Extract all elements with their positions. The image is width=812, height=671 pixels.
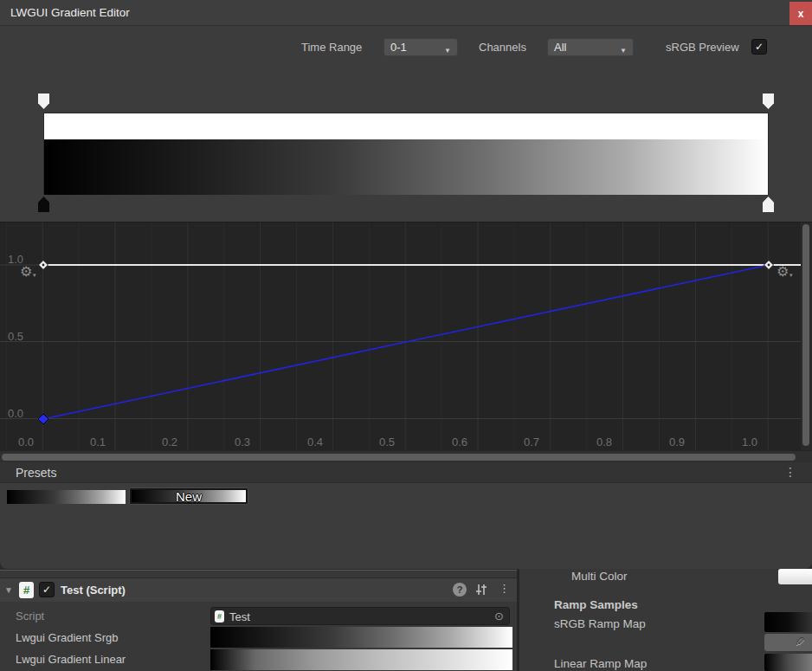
srgb-ramp-map-thumbnail[interactable]: [764, 612, 812, 632]
x-tick: 0.3: [229, 436, 255, 448]
time-range-label: Time Range: [301, 41, 362, 54]
script-object-value: Test: [229, 610, 250, 623]
multi-color-label: Multi Color: [571, 570, 628, 583]
csharp-script-icon: #: [215, 610, 224, 623]
gradient-srgb-label: Lwgui Gradient Srgb: [16, 631, 119, 644]
x-tick: 1.0: [737, 436, 763, 448]
close-icon: x: [798, 8, 804, 20]
color-key-right[interactable]: [763, 197, 774, 212]
y-tick: 0.0: [8, 407, 23, 420]
gear-icon[interactable]: ⚙: [20, 263, 32, 280]
horizontal-scrollbar-thumb[interactable]: [2, 454, 796, 461]
srgb-preview-label: sRGB Preview: [666, 41, 739, 54]
srgb-ramp-map-label: sRGB Ramp Map: [554, 617, 646, 630]
title-bar[interactable]: LWGUI Gradient Editor x: [0, 0, 812, 26]
check-icon: ✓: [42, 584, 51, 596]
check-icon: ✓: [755, 41, 764, 53]
x-tick: 0.4: [302, 436, 328, 448]
gradient-srgb-field[interactable]: [210, 627, 512, 648]
time-range-dropdown[interactable]: 0-1 ▼: [383, 38, 458, 56]
presets-header: Presets ⋮: [0, 462, 812, 483]
object-picker-icon[interactable]: ⊙: [494, 610, 504, 623]
help-icon[interactable]: ?: [453, 583, 467, 597]
script-row-label: Script: [16, 610, 44, 623]
linear-ramp-map-thumbnail[interactable]: [764, 654, 812, 671]
csharp-script-icon: #: [19, 582, 34, 598]
gear-caret-icon: ▾: [33, 272, 36, 279]
x-tick: 0.8: [591, 436, 617, 448]
presets-sliders-icon[interactable]: [474, 583, 488, 597]
gradient-linear-label: Lwgui Gradient Linear: [16, 653, 126, 666]
channels-label: Channels: [479, 41, 526, 54]
component-header[interactable]: ▼ # ✓ Test (Script) ? ⋮: [0, 577, 517, 602]
curve-grid-svg: [0, 223, 812, 451]
x-tick: 0.1: [85, 436, 111, 448]
srgb-preview-checkbox[interactable]: ✓: [751, 39, 767, 55]
kebab-menu-icon[interactable]: ⋮: [784, 465, 796, 479]
preset-swatch[interactable]: [7, 490, 126, 504]
x-tick: 0.5: [374, 436, 400, 448]
color-key-left[interactable]: [38, 197, 49, 212]
kebab-menu-icon[interactable]: ⋮: [499, 582, 510, 595]
x-tick: 0.6: [447, 436, 473, 448]
gradient-preview-strip[interactable]: [43, 113, 769, 195]
linear-ramp-map-label: Linear Ramp Map: [554, 657, 647, 670]
chevron-down-icon: ▼: [444, 42, 451, 59]
gear-caret-icon: ▾: [789, 272, 793, 279]
presets-title: Presets: [16, 466, 56, 480]
alpha-key-right[interactable]: [763, 94, 774, 109]
x-tick: 0.2: [157, 436, 183, 448]
close-button[interactable]: x: [789, 2, 812, 25]
gear-icon[interactable]: ⚙: [777, 263, 789, 280]
rgb-curve-key-left: [38, 414, 48, 424]
gradient-linear-field[interactable]: [210, 649, 512, 670]
x-tick: 0.7: [519, 436, 545, 448]
y-tick: 0.5: [8, 330, 23, 343]
pencil-icon: ✎: [795, 635, 805, 648]
script-object-field[interactable]: # Test ⊙: [210, 607, 510, 625]
component-enabled-checkbox[interactable]: ✓: [39, 582, 55, 597]
x-tick: 0.0: [13, 436, 39, 448]
alpha-key-left[interactable]: [38, 94, 49, 109]
ramp-samples-heading: Ramp Samples: [554, 598, 638, 611]
time-range-value: 0-1: [390, 41, 407, 54]
chevron-down-icon: ▼: [620, 42, 627, 59]
multi-color-swatch[interactable]: [778, 569, 812, 584]
channels-value: All: [554, 41, 566, 54]
preset-name-label: New: [130, 489, 248, 504]
channels-dropdown[interactable]: All ▼: [547, 38, 634, 56]
material-panel: Multi Color Ramp Samples sRGB Ramp Map ✎…: [519, 569, 812, 671]
preset-swatch-new[interactable]: New: [129, 487, 248, 505]
component-title: Test (Script): [61, 584, 126, 597]
window-title: LWGUI Gradient Editor: [10, 6, 130, 19]
x-tick: 0.9: [664, 436, 690, 448]
vertical-scrollbar[interactable]: [801, 223, 812, 450]
foldout-arrow-icon[interactable]: ▼: [4, 585, 13, 595]
gradient-editor-window: LWGUI Gradient Editor x Time Range 0-1 ▼…: [0, 0, 812, 569]
inspector-panel: ▼ # ✓ Test (Script) ? ⋮ Script # Test ⊙ …: [0, 570, 517, 671]
horizontal-scrollbar[interactable]: [0, 450, 812, 462]
gradient-color-band: [44, 139, 768, 195]
vertical-scrollbar-thumb[interactable]: [802, 224, 809, 446]
curve-editor-canvas[interactable]: [0, 222, 812, 450]
gradient-alpha-band: [44, 113, 768, 139]
ramp-edit-button[interactable]: ✎: [764, 634, 812, 651]
